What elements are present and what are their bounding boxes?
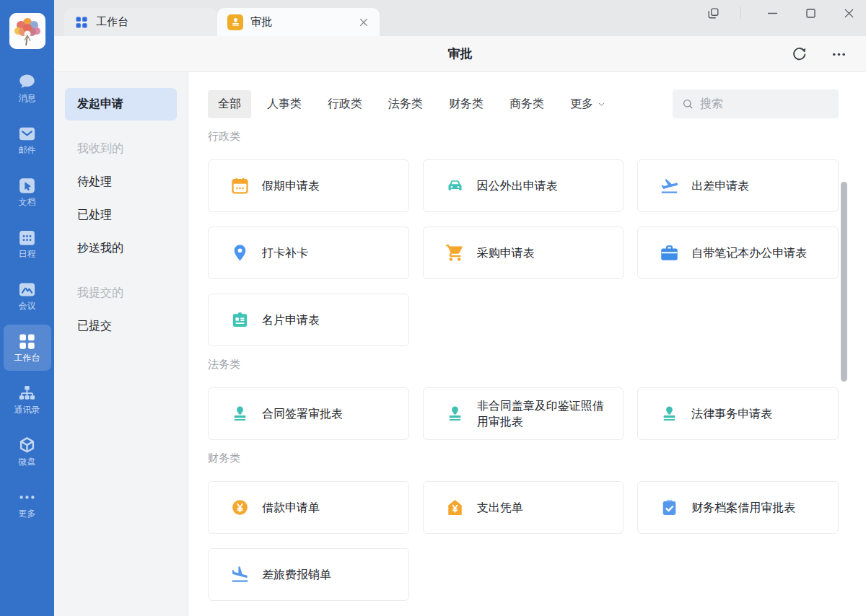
chevron-down-icon bbox=[597, 100, 606, 109]
search-input[interactable] bbox=[700, 97, 830, 110]
title-bar: 审批 bbox=[54, 36, 866, 72]
refresh-icon[interactable] bbox=[791, 46, 808, 63]
approval-card[interactable]: 打卡补卡 bbox=[208, 226, 409, 279]
avatar[interactable] bbox=[9, 13, 45, 49]
vertical-scrollbar[interactable] bbox=[841, 182, 847, 382]
nav-entries: 我收到的待处理已处理抄送我的我提交的已提交 bbox=[65, 132, 177, 343]
nav-item[interactable]: 抄送我的 bbox=[65, 232, 177, 265]
approval-card[interactable]: 法律事务申请表 bbox=[637, 387, 839, 440]
sidebar-item-calendar[interactable]: 日程 bbox=[4, 221, 51, 267]
avatar-bouquet-image bbox=[9, 13, 45, 49]
approval-card[interactable]: 借款申请单 bbox=[208, 481, 409, 534]
approval-card[interactable]: 财务档案借用审批表 bbox=[637, 481, 839, 534]
sidebar-item-label: 会议 bbox=[19, 302, 36, 311]
sidebar-item-meeting[interactable]: 会议 bbox=[4, 273, 51, 319]
main-column: 工作台审批 审批 发起申请 我收到的待处理已处理抄送我的我提交的已提交 bbox=[54, 0, 866, 616]
filter-chip[interactable]: 商务类 bbox=[509, 97, 544, 112]
maximize-icon[interactable] bbox=[804, 6, 818, 20]
card-grid: 借款申请单支出凭单财务档案借用审批表差旅费报销单 bbox=[208, 481, 839, 601]
filter-chip[interactable]: 财务类 bbox=[449, 97, 484, 112]
category-chips: 全部人事类行政类法务类财务类商务类 bbox=[208, 90, 570, 118]
filter-chip[interactable]: 行政类 bbox=[328, 97, 362, 112]
sidebar-item-grid[interactable]: 工作台 bbox=[4, 325, 51, 371]
sidebar-item-drive[interactable]: 微盘 bbox=[4, 428, 51, 475]
approval-card[interactable]: 非合同盖章及印鉴证照借用审批表 bbox=[423, 387, 624, 440]
sidebar-item-chat[interactable]: 消息 bbox=[4, 65, 51, 111]
sidebar-item-label: 更多 bbox=[19, 509, 36, 519]
mail-icon bbox=[17, 124, 37, 144]
tab-审批[interactable]: 审批 bbox=[217, 8, 380, 36]
card-label: 非合同盖章及印鉴证照借用审批表 bbox=[477, 398, 612, 428]
nav-item[interactable]: 待处理 bbox=[65, 165, 177, 198]
filter-chip[interactable]: 法务类 bbox=[388, 97, 423, 112]
tab-label: 审批 bbox=[250, 15, 272, 29]
card-label: 假期申请表 bbox=[262, 178, 320, 193]
stamp-icon bbox=[227, 14, 243, 30]
calendar-event-icon bbox=[230, 176, 250, 195]
grid-icon bbox=[17, 332, 37, 351]
nav-item[interactable]: 已提交 bbox=[65, 309, 177, 343]
close-icon[interactable] bbox=[842, 6, 856, 20]
approval-card[interactable]: 合同签署审批表 bbox=[208, 387, 409, 440]
calendar-icon bbox=[17, 228, 37, 247]
tab-工作台[interactable]: 工作台 bbox=[64, 8, 217, 36]
sidebar-item-ellipsis[interactable]: 更多 bbox=[4, 480, 51, 527]
nav-group-header: 我收到的 bbox=[65, 132, 177, 165]
tab-label: 工作台 bbox=[96, 15, 128, 29]
approval-card[interactable]: 因公外出申请表 bbox=[423, 159, 624, 212]
sidebar-item-label: 微盘 bbox=[19, 457, 36, 467]
card-label: 财务档案借用审批表 bbox=[691, 500, 795, 515]
approval-card[interactable]: 名片申请表 bbox=[208, 294, 409, 346]
approval-main: 全部人事类行政类法务类财务类商务类 更多 行政类假期申请表因公外出申请表出差申请… bbox=[188, 72, 866, 616]
tabs: 工作台审批 bbox=[64, 8, 380, 36]
car-icon bbox=[445, 176, 465, 195]
sidebar-item-docs[interactable]: 文档 bbox=[4, 169, 51, 215]
search-box[interactable] bbox=[673, 89, 839, 118]
approval-card[interactable]: 假期申请表 bbox=[208, 159, 409, 212]
house-yen-icon bbox=[445, 498, 465, 517]
nav-item[interactable]: 已处理 bbox=[65, 198, 177, 232]
nav-group-header: 我提交的 bbox=[65, 276, 177, 309]
window-controls-divider bbox=[740, 7, 741, 19]
approval-card[interactable]: 采购申请表 bbox=[423, 226, 624, 279]
sidebar-item-mail[interactable]: 邮件 bbox=[4, 117, 51, 163]
more-options-icon[interactable] bbox=[831, 46, 847, 63]
approval-card[interactable]: 出差申请表 bbox=[637, 159, 839, 212]
chat-icon bbox=[17, 72, 37, 92]
popout-icon[interactable] bbox=[707, 6, 720, 20]
section-title: 法务类 bbox=[208, 358, 839, 371]
card-label: 自带笔记本办公申请表 bbox=[691, 245, 807, 260]
approval-card[interactable]: 差旅费报销单 bbox=[208, 548, 409, 601]
stamp-icon bbox=[230, 404, 250, 423]
business-card-icon bbox=[230, 310, 250, 330]
shopping-cart-icon bbox=[445, 243, 465, 263]
coin-yen-icon bbox=[230, 498, 250, 517]
drive-icon bbox=[17, 436, 37, 455]
minimize-icon[interactable] bbox=[766, 6, 779, 20]
sidebar-item-label: 日程 bbox=[19, 250, 36, 259]
filter-chip[interactable]: 人事类 bbox=[267, 97, 302, 112]
filter-chip[interactable]: 全部 bbox=[208, 90, 251, 118]
sidebar-item-contacts[interactable]: 通讯录 bbox=[4, 377, 51, 423]
plane-takeoff-icon bbox=[660, 176, 679, 195]
clipboard-check-icon bbox=[660, 498, 679, 517]
approval-nav-panel: 发起申请 我收到的待处理已处理抄送我的我提交的已提交 bbox=[54, 72, 188, 616]
card-label: 合同签署审批表 bbox=[262, 406, 343, 421]
nav-item-initiate-request[interactable]: 发起申请 bbox=[65, 88, 177, 120]
approval-card[interactable]: 自带笔记本办公申请表 bbox=[637, 226, 839, 279]
app-rail: 消息邮件文档日程会议工作台通讯录微盘更多 bbox=[0, 0, 54, 616]
page-title: 审批 bbox=[448, 45, 473, 62]
tab-close-icon[interactable] bbox=[358, 17, 369, 28]
card-label: 差旅费报销单 bbox=[262, 567, 331, 582]
grid-icon bbox=[74, 15, 89, 30]
card-label: 名片申请表 bbox=[262, 312, 320, 327]
sidebar-item-label: 消息 bbox=[19, 94, 36, 103]
category-filter-row: 全部人事类行政类法务类财务类商务类 更多 bbox=[208, 88, 839, 120]
titlebar-actions bbox=[791, 36, 847, 72]
location-pin-icon bbox=[230, 243, 250, 263]
card-label: 采购申请表 bbox=[477, 245, 535, 260]
sidebar-item-label: 工作台 bbox=[14, 353, 40, 363]
app-window: 消息邮件文档日程会议工作台通讯录微盘更多 工作台审批 审批 bbox=[0, 0, 866, 616]
approval-card[interactable]: 支出凭单 bbox=[423, 481, 624, 534]
filter-more-button[interactable]: 更多 bbox=[570, 97, 606, 112]
